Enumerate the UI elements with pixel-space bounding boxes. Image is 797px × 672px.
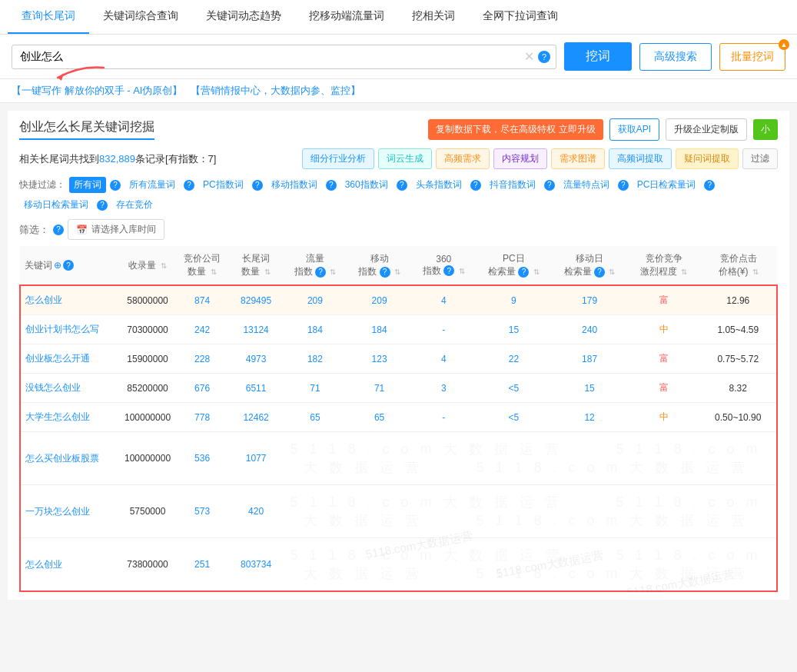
- table-row: 创业板怎么开通 15900000 228 4973 182 123 4 22 1…: [20, 344, 777, 374]
- sort-flow-icon[interactable]: ⇅: [330, 268, 336, 276]
- date-filter-question-icon[interactable]: ?: [53, 225, 64, 235]
- dig-button[interactable]: 挖词: [564, 42, 632, 71]
- th-keyword: 关键词 ⊕ ?: [20, 246, 120, 285]
- filter-flow-special[interactable]: 流量特点词: [559, 177, 614, 193]
- filter-360-question-icon[interactable]: ?: [397, 180, 407, 191]
- cell-mobile-daily: 187: [552, 344, 628, 374]
- th-bidding-count: 竞价公司数量 ⇅: [175, 246, 229, 285]
- cell-bidding-count: 228: [175, 344, 229, 374]
- cell-flow-index: 184: [283, 315, 347, 344]
- cell-mobile-index: 65: [347, 403, 412, 432]
- cell-bidding-count: 778: [175, 403, 229, 432]
- tab-mobile-traffic[interactable]: 挖移动端流量词: [295, 0, 398, 34]
- tab-pulldown-query[interactable]: 全网下拉词查询: [469, 0, 572, 34]
- sort-pc-daily-icon[interactable]: ⇅: [533, 268, 540, 276]
- cell-competition: 富: [627, 374, 699, 403]
- cell-360-index: 4: [411, 344, 476, 374]
- filter-pc-daily-question-icon[interactable]: ?: [704, 180, 715, 191]
- analysis-buttons: 细分行业分析 词云生成 高频需求 内容规划 需求图谱 高频词提取 疑问词提取 过…: [302, 148, 778, 169]
- stats-count-link[interactable]: 832,889: [99, 153, 135, 165]
- sort-indexed-icon[interactable]: ⇅: [161, 261, 167, 270]
- analysis-content-btn[interactable]: 内容规划: [493, 148, 547, 169]
- analysis-industry-btn[interactable]: 细分行业分析: [302, 148, 374, 169]
- watermark-text: 5118.com大数据运营 5118.com大数据运营 5118.com大数据运…: [290, 547, 769, 581]
- analysis-question-btn[interactable]: 疑问词提取: [676, 148, 739, 169]
- th-mobile-daily-question[interactable]: ?: [594, 267, 605, 278]
- th-mobile-question[interactable]: ?: [380, 267, 390, 278]
- filter-mobile-question-icon[interactable]: ?: [326, 180, 337, 191]
- header-actions: 复制数据下载，尽在高级特权 立即升级 获取API 升级企业定制版 小: [428, 118, 778, 141]
- get-api-button[interactable]: 获取API: [609, 118, 659, 141]
- filter-pc-question-icon[interactable]: ?: [252, 180, 263, 191]
- clear-icon[interactable]: ✕: [524, 49, 534, 64]
- filter-all[interactable]: 所有词: [69, 177, 106, 193]
- tab-keyword-trend[interactable]: 关键词动态趋势: [192, 0, 295, 34]
- promo-link-2[interactable]: 【营销情报中心，大数据内参、监控】: [191, 85, 360, 96]
- tab-keyword-comprehensive[interactable]: 关键词综合查询: [89, 0, 192, 34]
- filter-douyin-question-icon[interactable]: ?: [544, 180, 555, 191]
- sort-cpc-icon[interactable]: ⇅: [752, 268, 759, 276]
- copy-data-button[interactable]: 复制数据下载，尽在高级特权 立即升级: [428, 119, 603, 140]
- advanced-search-button[interactable]: 高级搜索: [639, 43, 712, 71]
- analysis-extract-btn[interactable]: 高频词提取: [609, 148, 672, 169]
- filter-mobile-index[interactable]: 移动指数词: [267, 177, 322, 193]
- question-icon[interactable]: ?: [538, 51, 550, 63]
- sort-mobile-icon[interactable]: ⇅: [394, 268, 400, 276]
- search-bar: ✕ ? 挖词 高级搜索 批量挖词 ▲: [0, 35, 797, 79]
- cell-indexed: 5750000: [120, 485, 175, 538]
- cell-cpc: 8.32: [700, 374, 777, 403]
- th-keyword-question[interactable]: ?: [63, 260, 74, 271]
- sort-bidding-icon[interactable]: ⇅: [211, 268, 217, 276]
- cell-360-index: 4: [411, 285, 476, 315]
- filter-toutiao-index[interactable]: 头条指数词: [411, 177, 467, 193]
- cell-indexed: 70300000: [120, 315, 175, 344]
- filter-bidding[interactable]: 存在竞价: [111, 197, 158, 213]
- sort-mobile-daily-icon[interactable]: ⇅: [609, 268, 615, 276]
- table-row: 怎么创业 73800000 251 803734 5118.com大数据运营 5…: [20, 538, 777, 592]
- batch-dig-button[interactable]: 批量挖词 ▲: [719, 43, 785, 71]
- sort-longtail-icon[interactable]: ⇅: [264, 268, 271, 276]
- filter-pc-daily[interactable]: PC日检索量词: [633, 177, 701, 193]
- cell-mobile-daily: 15: [552, 374, 628, 403]
- filter-toutiao-question-icon[interactable]: ?: [470, 180, 481, 191]
- filter-flow[interactable]: 所有流量词: [125, 177, 180, 193]
- filter-pc-index[interactable]: PC指数词: [198, 177, 248, 193]
- date-picker-button[interactable]: 📅 请选择入库时间: [68, 219, 164, 240]
- filter-mobile-daily-question-icon[interactable]: ?: [97, 200, 108, 211]
- cell-indexed: 73800000: [120, 538, 175, 592]
- filter-mobile-daily[interactable]: 移动日检索量词: [19, 197, 93, 213]
- cell-competition: 中: [627, 403, 699, 432]
- filter-360-index[interactable]: 360指数词: [340, 177, 393, 193]
- cell-360-index: -: [411, 403, 476, 432]
- cell-cpc: 0.75~5.72: [700, 344, 777, 374]
- filter-flow-question-icon[interactable]: ?: [184, 180, 194, 191]
- sort-competition-icon[interactable]: ⇅: [681, 268, 687, 276]
- cell-mobile-daily: 240: [552, 315, 628, 344]
- cell-cpc: 0.50~10.90: [700, 403, 777, 432]
- enterprise-button[interactable]: 升级企业定制版: [666, 118, 747, 141]
- sort-360-icon[interactable]: ⇅: [459, 267, 465, 275]
- date-filter-label: 筛选：: [19, 223, 49, 237]
- th-360-question[interactable]: ?: [443, 265, 454, 276]
- cell-keyword: 大学生怎么创业: [20, 403, 120, 432]
- filter-all-question-icon[interactable]: ?: [110, 180, 121, 191]
- tab-related-words[interactable]: 挖相关词: [398, 0, 469, 34]
- copy-icon[interactable]: ⊕: [54, 260, 61, 271]
- tab-query-longtail[interactable]: 查询长尾词: [8, 0, 89, 34]
- cell-keyword: 怎么创业: [20, 538, 120, 592]
- analysis-wordcloud-btn[interactable]: 词云生成: [378, 148, 432, 169]
- th-competition-label: 竞价竞争激烈程度: [640, 253, 682, 277]
- cell-longtail-count: 803734: [229, 538, 283, 592]
- filter-douyin-index[interactable]: 抖音指数词: [485, 177, 540, 193]
- small-button[interactable]: 小: [753, 119, 778, 140]
- analysis-demand-btn[interactable]: 需求图谱: [551, 148, 605, 169]
- th-flow-question[interactable]: ?: [315, 267, 326, 278]
- cell-flow-index: 182: [283, 344, 347, 374]
- th-indexed: 收录量 ⇅: [120, 246, 175, 285]
- analysis-highfreq-btn[interactable]: 高频需求: [436, 148, 490, 169]
- th-360-index: 360指数 ? ⇅: [411, 246, 476, 285]
- th-pc-daily-question[interactable]: ?: [518, 267, 529, 278]
- analysis-filter-btn[interactable]: 过滤: [742, 148, 778, 169]
- cell-pc-daily: <5: [476, 403, 552, 432]
- filter-flow-special-question-icon[interactable]: ?: [618, 180, 629, 191]
